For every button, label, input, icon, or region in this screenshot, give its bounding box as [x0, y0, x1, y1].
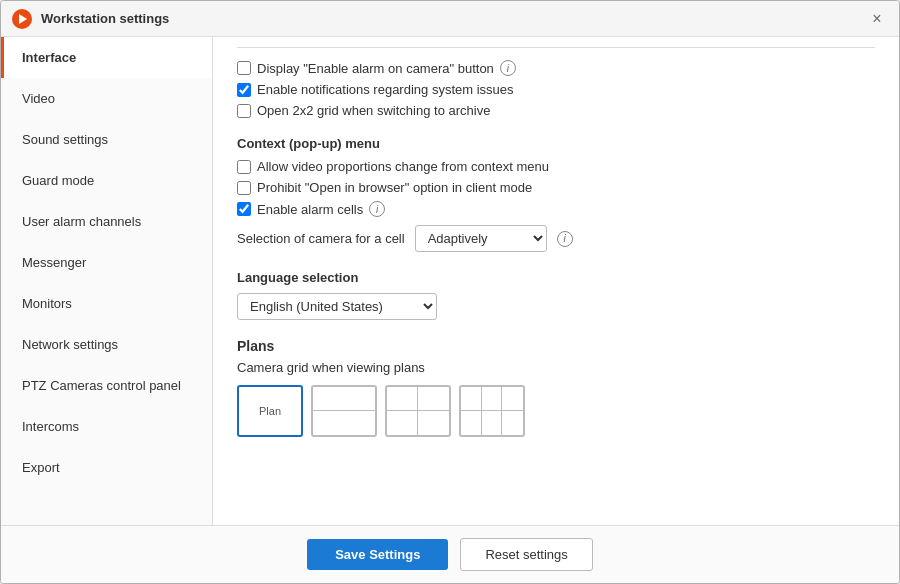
content-area: Display "Enable alarm on camera" button …	[213, 37, 899, 525]
sidebar-item-sound-settings[interactable]: Sound settings	[1, 119, 212, 160]
allow-video-proportions-checkbox[interactable]	[237, 160, 251, 174]
enable-notifications-row: Enable notifications regarding system is…	[237, 82, 875, 97]
grid-2x2-cell-4	[418, 411, 449, 435]
workstation-settings-dialog: Workstation settings × Interface Video S…	[0, 0, 900, 584]
sidebar-item-guard-mode[interactable]: Guard mode	[1, 160, 212, 201]
dialog-title: Workstation settings	[41, 11, 865, 26]
grid-option-single[interactable]: Plan	[237, 385, 303, 437]
plans-subtitle: Camera grid when viewing plans	[237, 360, 875, 375]
plans-title: Plans	[237, 338, 875, 354]
grid-3x2-cell-5	[482, 411, 503, 435]
reset-settings-button[interactable]: Reset settings	[460, 538, 592, 571]
sidebar-item-video[interactable]: Video	[1, 78, 212, 119]
top-divider	[237, 47, 875, 48]
footer: Save Settings Reset settings	[1, 525, 899, 583]
enable-alarm-checkbox[interactable]	[237, 61, 251, 75]
open-grid-row: Open 2x2 grid when switching to archive	[237, 103, 875, 118]
grid-3x2-cell-4	[461, 411, 482, 435]
grid-2x2-cell-2	[418, 387, 449, 411]
context-menu-section: Context (pop-up) menu Allow video propor…	[237, 136, 875, 252]
camera-selection-info-icon[interactable]: i	[557, 231, 573, 247]
grid-2x1-cell-1	[313, 387, 375, 411]
close-button[interactable]: ×	[865, 7, 889, 31]
open-grid-checkbox[interactable]	[237, 104, 251, 118]
allow-video-proportions-label: Allow video proportions change from cont…	[257, 159, 549, 174]
sidebar-item-ptz-cameras[interactable]: PTZ Cameras control panel	[1, 365, 212, 406]
sidebar-item-export[interactable]: Export	[1, 447, 212, 488]
plans-section: Plans Camera grid when viewing plans Pla…	[237, 338, 875, 437]
top-checkboxes-section: Display "Enable alarm on camera" button …	[237, 60, 875, 118]
sidebar-item-interface[interactable]: Interface	[1, 37, 212, 78]
grid-2x2-cell-3	[387, 411, 418, 435]
grid-3x2-cell-6	[502, 411, 523, 435]
enable-alarm-cells-checkbox[interactable]	[237, 202, 251, 216]
sidebar-item-network-settings[interactable]: Network settings	[1, 324, 212, 365]
sidebar-item-monitors[interactable]: Monitors	[1, 283, 212, 324]
context-menu-title: Context (pop-up) menu	[237, 136, 875, 151]
open-grid-label: Open 2x2 grid when switching to archive	[257, 103, 490, 118]
enable-notifications-label: Enable notifications regarding system is…	[257, 82, 514, 97]
camera-selection-dropdown[interactable]: Adaptively Manually Automatically	[415, 225, 547, 252]
sidebar-item-messenger[interactable]: Messenger	[1, 242, 212, 283]
grid-option-2x1[interactable]	[311, 385, 377, 437]
sidebar-item-intercoms[interactable]: Intercoms	[1, 406, 212, 447]
grid-options-container: Plan	[237, 385, 875, 437]
enable-alarm-cells-row: Enable alarm cells i	[237, 201, 875, 217]
grid-2x2-cell-1	[387, 387, 418, 411]
sidebar: Interface Video Sound settings Guard mod…	[1, 37, 213, 525]
language-dropdown[interactable]: English (United States) Russian German F…	[237, 293, 437, 320]
title-bar: Workstation settings ×	[1, 1, 899, 37]
prohibit-open-browser-checkbox[interactable]	[237, 181, 251, 195]
prohibit-open-browser-label: Prohibit "Open in browser" option in cli…	[257, 180, 532, 195]
camera-selection-label: Selection of camera for a cell	[237, 231, 405, 246]
allow-video-proportions-row: Allow video proportions change from cont…	[237, 159, 875, 174]
language-section: Language selection English (United State…	[237, 270, 875, 320]
enable-alarm-cells-label: Enable alarm cells	[257, 202, 363, 217]
grid-2x1-cell-2	[313, 411, 375, 435]
grid-option-3x2[interactable]	[459, 385, 525, 437]
dialog-body: Interface Video Sound settings Guard mod…	[1, 37, 899, 525]
camera-selection-row: Selection of camera for a cell Adaptivel…	[237, 225, 875, 252]
enable-alarm-label: Display "Enable alarm on camera" button	[257, 61, 494, 76]
grid-3x2-cell-2	[482, 387, 503, 411]
grid-option-2x2[interactable]	[385, 385, 451, 437]
grid-3x2-cell-3	[502, 387, 523, 411]
grid-3x2-cell-1	[461, 387, 482, 411]
grid-single-label: Plan	[259, 405, 281, 417]
prohibit-open-browser-row: Prohibit "Open in browser" option in cli…	[237, 180, 875, 195]
sidebar-item-user-alarm-channels[interactable]: User alarm channels	[1, 201, 212, 242]
enable-notifications-checkbox[interactable]	[237, 83, 251, 97]
language-title: Language selection	[237, 270, 875, 285]
save-settings-button[interactable]: Save Settings	[307, 539, 448, 570]
alarm-cells-info-icon[interactable]: i	[369, 201, 385, 217]
app-logo-icon	[11, 8, 33, 30]
enable-alarm-info-icon[interactable]: i	[500, 60, 516, 76]
enable-alarm-row: Display "Enable alarm on camera" button …	[237, 60, 875, 76]
